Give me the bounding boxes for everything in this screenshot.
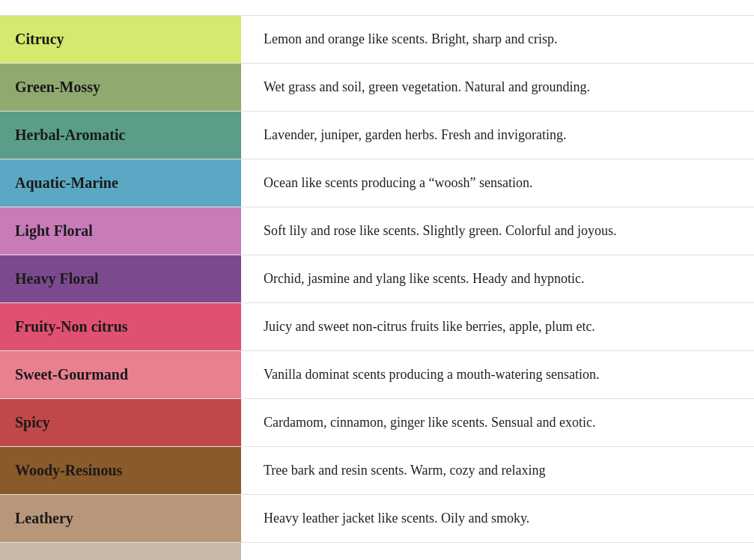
label-light-floral: Light Floral xyxy=(15,222,93,240)
label-cell-light-floral: Light Floral xyxy=(0,207,241,255)
desc-cell-fruity-non-citrus: Juicy and sweet non-citrus fruits like b… xyxy=(241,303,754,350)
label-citrucy: Citrucy xyxy=(15,31,64,48)
table-row: Sweet-GourmandVanilla dominat scents pro… xyxy=(0,351,754,399)
label-fruity-non-citrus: Fruity-Non citrus xyxy=(15,318,128,335)
label-cell-heavy-floral: Heavy Floral xyxy=(0,255,241,302)
desc-fruity-non-citrus: Juicy and sweet non-citrus fruits like b… xyxy=(264,317,595,337)
desc-cell-spicy: Cardamom, cinnamon, ginger like scents. … xyxy=(241,399,754,446)
label-green-mossy: Green-Mossy xyxy=(15,79,100,96)
label-cell-green-mossy: Green-Mossy xyxy=(0,64,241,111)
desc-cell-citrucy: Lemon and orange like scents. Bright, sh… xyxy=(241,16,754,63)
table-row: Green-MossyWet grass and soil, green veg… xyxy=(0,64,754,112)
label-cell-fruity-non-citrus: Fruity-Non citrus xyxy=(0,303,241,350)
desc-leathery: Heavy leather jacket like scents. Oily a… xyxy=(264,508,529,529)
label-woody-resinous: Woody-Resinous xyxy=(15,462,122,479)
desc-cell-light-floral: Soft lily and rose like scents. Slightly… xyxy=(241,207,754,255)
desc-heavy-floral: Orchid, jasmine and ylang like scents. H… xyxy=(264,269,584,289)
table-row: CitrucyLemon and orange like scents. Bri… xyxy=(0,15,754,64)
label-cell-spicy: Spicy xyxy=(0,399,241,446)
table-row: SpicyCardamom, cinnamon, ginger like sce… xyxy=(0,399,754,447)
label-herbal-aromatic: Herbal-Aromatic xyxy=(15,127,125,144)
desc-cell-sweet-gourmand: Vanilla dominat scents producing a mouth… xyxy=(241,351,754,398)
label-cell-leathery: Leathery xyxy=(0,495,241,542)
label-cell-sweet-gourmand: Sweet-Gourmand xyxy=(0,351,241,398)
desc-cell-green-mossy: Wet grass and soil, green vegetation. Na… xyxy=(241,64,754,111)
desc-cell-heavy-floral: Orchid, jasmine and ylang like scents. H… xyxy=(241,255,754,302)
label-cell-herbal-aromatic: Herbal-Aromatic xyxy=(0,112,241,159)
desc-cell-leathery: Heavy leather jacket like scents. Oily a… xyxy=(241,495,754,542)
table-row: Herbal-AromaticLavender, juniper, garden… xyxy=(0,112,754,159)
label-cell-citrucy: Citrucy xyxy=(0,16,241,63)
table-row: Heavy FloralOrchid, jasmine and ylang li… xyxy=(0,255,754,303)
desc-aquatic-marine: Ocean like scents producing a “woosh” se… xyxy=(264,173,532,193)
label-heavy-floral: Heavy Floral xyxy=(15,270,99,287)
desc-woody-resinous: Tree bark and resin scents. Warm, cozy a… xyxy=(264,460,545,481)
label-spicy: Spicy xyxy=(15,414,50,431)
desc-sweet-gourmand: Vanilla dominat scents producing a mouth… xyxy=(264,365,599,385)
label-cell-woody-resinous: Woody-Resinous xyxy=(0,447,241,494)
desc-cell-aquatic-marine: Ocean like scents producing a “woosh” se… xyxy=(241,159,754,207)
table-row: Light FloralSoft lily and rose like scen… xyxy=(0,207,754,255)
scent-categories-table: CitrucyLemon and orange like scents. Bri… xyxy=(0,0,754,560)
table-row: LeatheryHeavy leather jacket like scents… xyxy=(0,495,754,543)
desc-herbal-aromatic: Lavender, juniper, garden herbs. Fresh a… xyxy=(264,125,566,145)
label-sweet-gourmand: Sweet-Gourmand xyxy=(15,366,128,383)
table-row: Fruity-Non citrusJuicy and sweet non-cit… xyxy=(0,303,754,351)
desc-musky: Soft leather like scents. Slightly flowe… xyxy=(264,556,604,560)
desc-cell-woody-resinous: Tree bark and resin scents. Warm, cozy a… xyxy=(241,447,754,494)
desc-cell-herbal-aromatic: Lavender, juniper, garden herbs. Fresh a… xyxy=(241,112,754,159)
table-row: Woody-ResinousTree bark and resin scents… xyxy=(0,447,754,495)
desc-light-floral: Soft lily and rose like scents. Slightly… xyxy=(264,221,616,241)
label-cell-musky: Musky xyxy=(0,543,241,560)
desc-spicy: Cardamom, cinnamon, ginger like scents. … xyxy=(264,413,595,433)
desc-cell-musky: Soft leather like scents. Slightly flowe… xyxy=(241,543,754,560)
label-aquatic-marine: Aquatic-Marine xyxy=(15,174,118,192)
desc-citrucy: Lemon and orange like scents. Bright, sh… xyxy=(264,29,557,49)
label-leathery: Leathery xyxy=(15,510,73,527)
desc-green-mossy: Wet grass and soil, green vegetation. Na… xyxy=(264,77,590,97)
table-row: Aquatic-MarineOcean like scents producin… xyxy=(0,159,754,207)
label-cell-aquatic-marine: Aquatic-Marine xyxy=(0,159,241,207)
table-row: MuskySoft leather like scents. Slightly … xyxy=(0,543,754,560)
